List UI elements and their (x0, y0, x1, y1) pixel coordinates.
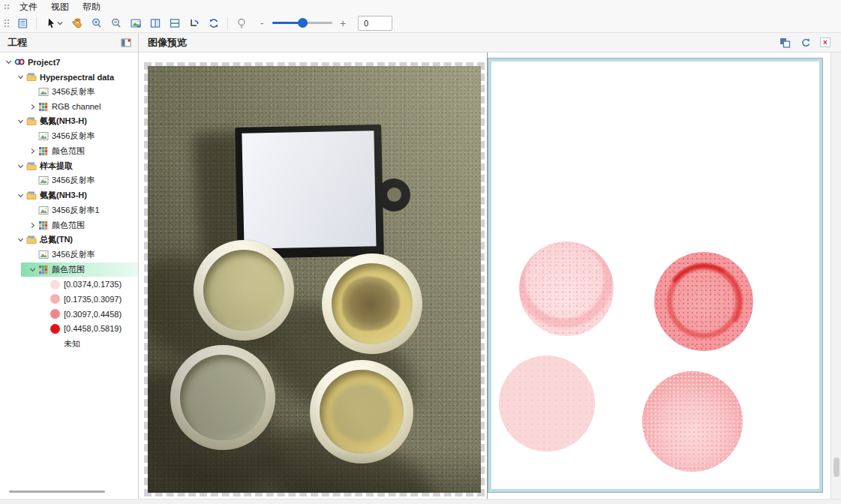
result-blob-top-left (519, 242, 614, 336)
slider-track[interactable] (272, 22, 332, 24)
image-file-icon (38, 205, 49, 215)
tree-item-label: [0.4458,0.5819) (64, 324, 122, 333)
vertical-scrollbar-thumb[interactable] (833, 458, 839, 477)
tree-item-5[interactable]: 3456反射率 (0, 129, 138, 144)
split-horizontal-icon[interactable] (167, 15, 183, 32)
tree-item-11[interactable]: 颜色范围 (0, 218, 138, 232)
tree-item-label: 氨氮(NH3-H) (40, 190, 87, 201)
result-blob-bottom-left (499, 356, 595, 452)
tree-item-label: 样本提取 (40, 160, 73, 172)
tree-item-18[interactable]: [0.4458,0.5819) (0, 322, 138, 337)
vertical-scrollbar-gutter[interactable] (830, 52, 841, 504)
tree-item-14[interactable]: 颜色范围 (0, 262, 138, 278)
tree-item-3[interactable]: RGB channel (0, 99, 138, 114)
value-input[interactable] (358, 16, 392, 31)
toolbar-separator (36, 17, 37, 29)
color-grid-icon (38, 264, 49, 274)
slider-thumb[interactable] (298, 18, 308, 28)
split-vertical-icon[interactable] (147, 15, 164, 32)
tree-item-1[interactable]: Hyperspectral data (0, 70, 138, 85)
tree-item-label: 3456反射率 (52, 86, 95, 98)
chevron-spacer (39, 279, 50, 290)
color-swatch-dot (50, 294, 61, 304)
tree-item-8[interactable]: 3456反射率 (0, 173, 138, 188)
folder-icon (26, 160, 37, 171)
chevron-right-icon[interactable] (27, 101, 38, 112)
chevron-down-icon[interactable] (15, 116, 26, 127)
toolbar-grip-handle[interactable] (4, 19, 10, 27)
chevron-spacer (39, 294, 50, 304)
tree-item-6[interactable]: 颜色范围 (0, 144, 138, 159)
window-bottom-strip (0, 499, 841, 504)
chevron-down-icon[interactable] (15, 160, 26, 171)
pan-hand-icon[interactable] (69, 15, 86, 32)
main-area: 图像预览 × (139, 33, 841, 504)
tree-item-label: Project7 (28, 58, 60, 67)
tree-item-17[interactable]: [0.3097,0.4458) (0, 307, 138, 322)
close-preview-icon[interactable]: × (820, 38, 830, 47)
tree-item-13[interactable]: 3456反射率 (0, 248, 138, 262)
chevron-spacer (27, 86, 38, 97)
tree-item-label: 3456反射率 (52, 175, 95, 186)
toolbar-separator (227, 17, 228, 29)
menu-grip-handle[interactable] (4, 4, 10, 10)
chevron-down-icon[interactable] (15, 190, 26, 201)
refresh-icon[interactable] (206, 15, 222, 32)
tree-item-2[interactable]: 3456反射率 (0, 85, 138, 100)
collapse-panel-icon[interactable] (121, 38, 132, 48)
tree-item-label: 颜色范围 (52, 264, 85, 275)
chevron-down-icon[interactable] (3, 57, 14, 68)
notebook-icon[interactable] (14, 15, 31, 32)
tree-item-9[interactable]: 氨氮(NH3-H) (0, 188, 138, 203)
preview-title: 图像预览 (139, 36, 187, 50)
chevron-right-icon[interactable] (27, 220, 38, 230)
reset-view-icon[interactable] (800, 37, 811, 48)
sidebar-title: 工程 (0, 36, 27, 50)
chevron-spacer (27, 250, 38, 260)
sidebar-horizontal-scrollbar[interactable] (9, 490, 105, 493)
application-window: 文件 视图 帮助 (0, 0, 841, 504)
tree-item-10[interactable]: 3456反射率1 (0, 203, 138, 218)
chevron-down-icon[interactable] (15, 235, 26, 245)
tree-item-4[interactable]: 氨氮(NH3-H) (0, 114, 138, 129)
tree-item-19[interactable]: 未知 (0, 336, 138, 351)
select-cursor-icon[interactable] (42, 15, 66, 32)
tree-item-label: 未知 (64, 338, 80, 350)
sidebar-header: 工程 (0, 33, 138, 52)
chevron-spacer (39, 323, 50, 334)
tree-item-0[interactable]: Project7 (0, 55, 138, 70)
color-swatch-dot (50, 279, 61, 290)
cascade-windows-icon[interactable] (779, 37, 791, 48)
tree-item-12[interactable]: 总氮(TN) (0, 232, 138, 248)
preview-header: 图像预览 × (139, 33, 841, 52)
slider-decrease-button[interactable]: - (256, 17, 268, 29)
zoom-out-icon[interactable] (108, 15, 125, 32)
chevron-down-icon[interactable] (27, 264, 38, 274)
chevron-right-icon[interactable] (27, 146, 38, 156)
tree-item-label: [0.0374,0.1735) (64, 280, 122, 289)
slider-increase-button[interactable]: + (337, 17, 349, 29)
color-swatch-dot (50, 323, 61, 334)
source-image-pane[interactable] (144, 62, 485, 496)
result-image-pane[interactable] (488, 58, 822, 492)
menu-view[interactable]: 视图 (44, 0, 76, 14)
image-file-icon (38, 86, 49, 97)
toolbar: - + (0, 14, 841, 33)
color-grid-icon (38, 146, 49, 156)
tree-item-16[interactable]: [0.1735,0.3097) (0, 292, 138, 307)
tree-item-label: [0.1735,0.3097) (64, 295, 122, 304)
result-blob-bottom-right (642, 371, 743, 472)
menu-help[interactable]: 帮助 (76, 0, 107, 14)
tree-item-15[interactable]: [0.0374,0.1735) (0, 277, 138, 292)
fit-image-icon[interactable] (128, 15, 144, 32)
zoom-in-icon[interactable] (89, 15, 105, 32)
rotate-icon[interactable] (186, 15, 203, 32)
tree-item-7[interactable]: 样本提取 (0, 158, 138, 173)
menu-bar: 文件 视图 帮助 (0, 0, 841, 14)
folder-icon (26, 235, 37, 245)
chevron-down-icon[interactable] (15, 72, 26, 82)
menu-file[interactable]: 文件 (13, 0, 44, 14)
tree-item-label: RGB channel (52, 102, 101, 111)
brightness-bulb-icon[interactable] (233, 15, 250, 32)
chevron-spacer (39, 309, 50, 320)
